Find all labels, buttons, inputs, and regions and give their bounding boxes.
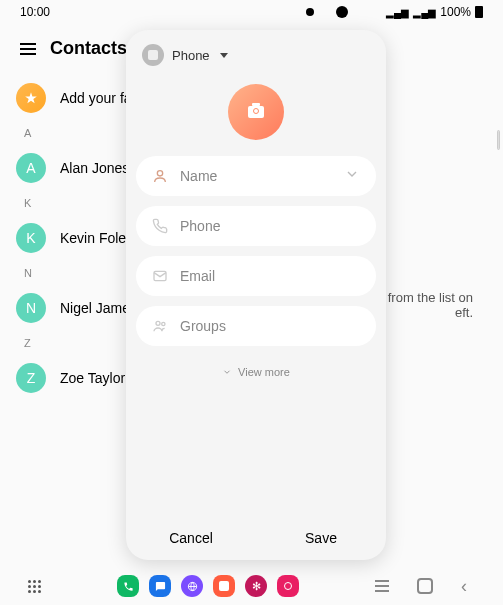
status-right: ▂▄▆ ▂▄▆ 100%	[306, 5, 483, 19]
chevron-down-icon	[222, 367, 232, 377]
background-hint-text: from the list on eft.	[388, 290, 473, 320]
notes-app-icon[interactable]	[213, 575, 235, 597]
field-placeholder: Groups	[180, 318, 360, 334]
page-title: Contacts	[50, 38, 127, 59]
fields-container: Name Phone Email Groups	[126, 156, 386, 346]
phone-app-icon[interactable]	[117, 575, 139, 597]
field-placeholder: Phone	[180, 218, 360, 234]
recents-button[interactable]	[375, 580, 389, 592]
battery-level: 100%	[440, 5, 471, 19]
camera-app-icon[interactable]	[277, 575, 299, 597]
phone-storage-icon	[142, 44, 164, 66]
camera-cutout-icon	[306, 8, 314, 16]
apps-grid-icon[interactable]	[28, 580, 41, 593]
contact-name: Kevin Foley	[60, 230, 133, 246]
cancel-button[interactable]: Cancel	[126, 530, 256, 546]
groups-field[interactable]: Groups	[136, 306, 376, 346]
back-button[interactable]: ‹	[461, 576, 467, 597]
view-more-button[interactable]: View more	[126, 346, 386, 388]
home-button[interactable]	[417, 578, 433, 594]
person-icon	[152, 168, 168, 184]
new-contact-modal: Phone Name Phone Email	[126, 30, 386, 560]
star-icon	[16, 83, 46, 113]
svg-point-3	[162, 322, 165, 325]
signal-icon: ▂▄▆	[386, 7, 409, 18]
field-placeholder: Name	[180, 168, 332, 184]
messages-app-icon[interactable]	[149, 575, 171, 597]
gallery-app-icon[interactable]: ✻	[245, 575, 267, 597]
email-field[interactable]: Email	[136, 256, 376, 296]
camera-icon	[248, 106, 264, 118]
add-photo-button[interactable]	[228, 84, 284, 140]
groups-icon	[152, 318, 168, 334]
browser-app-icon[interactable]	[181, 575, 203, 597]
contact-name: Alan Jones	[60, 160, 129, 176]
signal-icon: ▂▄▆	[413, 7, 436, 18]
phone-field[interactable]: Phone	[136, 206, 376, 246]
battery-icon	[475, 6, 483, 18]
status-time: 10:00	[20, 5, 50, 19]
avatar: N	[16, 293, 46, 323]
save-button[interactable]: Save	[256, 530, 386, 546]
status-bar: 10:00 ▂▄▆ ▂▄▆ 100%	[0, 0, 503, 24]
menu-icon[interactable]	[20, 43, 36, 55]
view-more-label: View more	[238, 366, 290, 378]
phone-icon	[152, 218, 168, 234]
chevron-down-icon[interactable]	[344, 166, 360, 186]
camera-cutout-icon	[336, 6, 348, 18]
email-icon	[152, 268, 168, 284]
storage-label: Phone	[172, 48, 210, 63]
svg-point-0	[157, 171, 162, 176]
name-field[interactable]: Name	[136, 156, 376, 196]
contact-name: Zoe Taylor	[60, 370, 125, 386]
scroll-indicator[interactable]	[497, 130, 500, 150]
storage-selector[interactable]: Phone	[126, 30, 386, 74]
app-dock: ✻	[117, 575, 299, 597]
navigation-bar: ✻ ‹	[0, 567, 503, 605]
avatar: Z	[16, 363, 46, 393]
svg-point-2	[156, 321, 160, 325]
modal-actions: Cancel Save	[126, 516, 386, 560]
chevron-down-icon	[220, 53, 228, 58]
field-placeholder: Email	[180, 268, 360, 284]
system-nav: ‹	[375, 576, 467, 597]
avatar: A	[16, 153, 46, 183]
avatar: K	[16, 223, 46, 253]
